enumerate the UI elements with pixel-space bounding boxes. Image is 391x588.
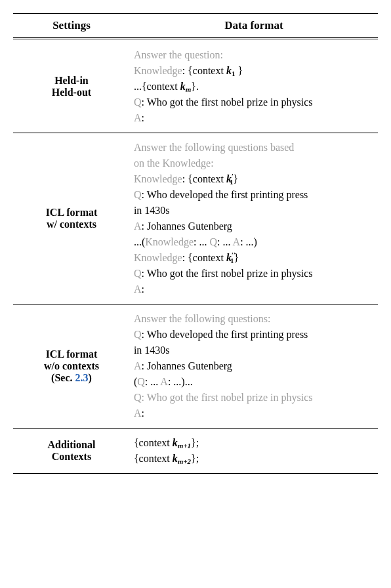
- table-row: ICL format w/ contexts Answer the follow…: [13, 133, 378, 304]
- format-additional: {context km+1}; {context km+2};: [130, 429, 378, 474]
- format-held: Answer the question: Knowledge: {context…: [130, 41, 378, 133]
- header-settings: Settings: [13, 14, 130, 39]
- knowledge-label: Knowledge: [134, 65, 182, 76]
- format-icl-without: Answer the following questions: Q: Who d…: [130, 304, 378, 429]
- q-label: Q: [134, 96, 142, 108]
- section-link[interactable]: 2.3: [75, 372, 89, 383]
- prompt-text: Answer the question:: [134, 49, 223, 60]
- table-row: ICL format w/o contexts (Sec. 2.3) Answe…: [13, 304, 378, 429]
- format-icl-with: Answer the following questions based on …: [130, 133, 378, 304]
- header-dataformat: Data format: [130, 14, 378, 39]
- setting-held: Held-in Held-out: [13, 41, 130, 133]
- a-label: A: [134, 112, 142, 123]
- setting-additional: Additional Contexts: [13, 429, 130, 474]
- table-row: Held-in Held-out Answer the question: Kn…: [13, 41, 378, 133]
- data-format-table: Settings Data format Held-in Held-out An…: [13, 13, 378, 474]
- setting-icl-with: ICL format w/ contexts: [13, 133, 130, 304]
- header-row: Settings Data format: [13, 14, 378, 39]
- setting-icl-without: ICL format w/o contexts (Sec. 2.3): [13, 304, 130, 429]
- table-row: Additional Contexts {context km+1}; {con…: [13, 429, 378, 474]
